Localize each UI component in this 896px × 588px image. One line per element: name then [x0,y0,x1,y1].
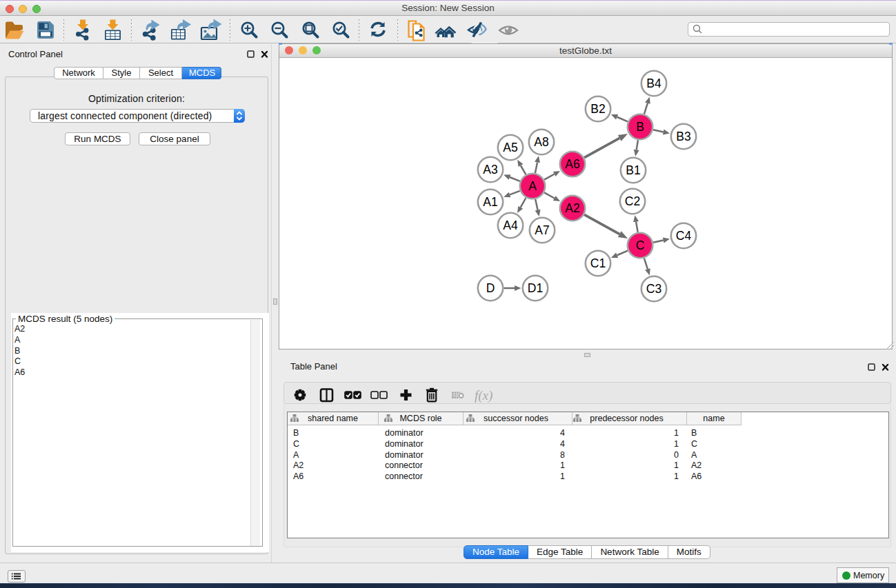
svg-text:B3: B3 [676,130,690,143]
svg-text:A5: A5 [503,141,517,154]
svg-text:D1: D1 [528,281,543,295]
svg-text:A7: A7 [535,223,549,237]
svg-text:A8: A8 [534,135,548,149]
svg-text:C1: C1 [590,256,606,270]
svg-text:A4: A4 [503,219,518,232]
svg-text:A2: A2 [565,201,579,215]
svg-text:B1: B1 [626,163,640,177]
svg-text:A1: A1 [483,195,497,209]
svg-text:A3: A3 [483,163,497,176]
svg-text:A6: A6 [565,157,579,171]
svg-text:C3: C3 [646,282,661,296]
svg-text:B2: B2 [590,102,605,116]
svg-text:f(x): f(x) [475,388,492,403]
svg-text:D: D [486,281,495,295]
svg-text:B4: B4 [646,77,661,90]
svg-text:A: A [528,179,537,193]
svg-text:B: B [636,120,644,134]
svg-text:C2: C2 [625,194,640,208]
svg-text:C: C [636,239,645,252]
svg-text:C4: C4 [676,229,692,243]
